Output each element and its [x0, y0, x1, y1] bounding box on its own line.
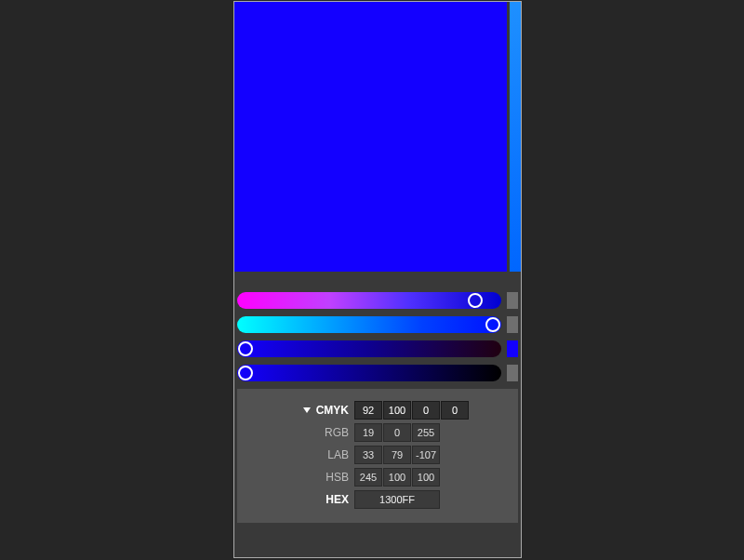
- row-hex: HEX 1300FF: [245, 489, 511, 510]
- color-area-row: [234, 2, 521, 272]
- lab-l[interactable]: 33: [354, 446, 382, 464]
- slider-yellow-handle: [238, 341, 253, 356]
- slider-cyan-handle: [468, 293, 483, 308]
- lab-a[interactable]: 79: [383, 446, 411, 464]
- cells-rgb: 19 0 255: [354, 423, 440, 442]
- rgb-g[interactable]: 0: [383, 423, 411, 442]
- label-hex[interactable]: HEX: [245, 493, 354, 506]
- vertical-color-strip[interactable]: [510, 2, 521, 272]
- slider-magenta-row: [237, 314, 518, 335]
- chevron-down-icon: [303, 407, 311, 413]
- cmyk-m[interactable]: 100: [383, 401, 411, 420]
- label-lab-text: LAB: [327, 448, 349, 461]
- cells-hex: 1300FF: [354, 490, 440, 509]
- slider-key-sample[interactable]: [507, 365, 518, 381]
- slider-magenta-sample[interactable]: [507, 316, 518, 333]
- slider-yellow-row: [237, 339, 518, 359]
- cmyk-y[interactable]: 0: [412, 401, 440, 420]
- cells-cmyk: 92 100 0 0: [354, 401, 469, 420]
- hex-value[interactable]: 1300FF: [354, 490, 440, 509]
- lab-b[interactable]: -107: [412, 446, 440, 464]
- row-cmyk: CMYK 92 100 0 0: [245, 400, 511, 420]
- slider-cyan-sample[interactable]: [507, 292, 518, 309]
- label-lab[interactable]: LAB: [245, 448, 354, 461]
- rgb-r[interactable]: 19: [354, 423, 382, 442]
- slider-key-handle: [238, 366, 253, 380]
- label-hsb[interactable]: HSB: [245, 471, 354, 484]
- hsb-h[interactable]: 245: [354, 468, 382, 487]
- label-cmyk-text: CMYK: [316, 404, 349, 417]
- label-cmyk[interactable]: CMYK: [245, 404, 354, 417]
- cells-hsb: 245 100 100: [354, 468, 440, 487]
- hsb-b[interactable]: 100: [412, 468, 440, 487]
- cmyk-c[interactable]: 92: [354, 401, 382, 420]
- slider-cyan[interactable]: [237, 292, 501, 309]
- sliders-area: [234, 290, 521, 383]
- row-lab: LAB 33 79 -107: [245, 445, 511, 465]
- slider-yellow[interactable]: [237, 340, 501, 357]
- rgb-b[interactable]: 255: [412, 423, 440, 442]
- slider-key[interactable]: [237, 365, 501, 381]
- slider-magenta[interactable]: [237, 316, 501, 333]
- values-area: CMYK 92 100 0 0 RGB 19 0 255 LAB: [237, 389, 518, 523]
- label-hex-text: HEX: [326, 493, 349, 506]
- row-rgb: RGB 19 0 255: [245, 422, 511, 443]
- slider-key-row: [237, 363, 518, 383]
- cmyk-k[interactable]: 0: [441, 401, 469, 420]
- spacer: [234, 272, 521, 290]
- slider-cyan-row: [237, 290, 518, 311]
- hsb-s[interactable]: 100: [383, 468, 411, 487]
- slider-magenta-handle: [485, 317, 500, 332]
- color-field[interactable]: [234, 2, 507, 272]
- slider-yellow-sample[interactable]: [507, 340, 518, 357]
- cells-lab: 33 79 -107: [354, 446, 440, 464]
- label-hsb-text: HSB: [326, 471, 349, 484]
- color-picker-panel: CMYK 92 100 0 0 RGB 19 0 255 LAB: [233, 1, 522, 558]
- label-rgb[interactable]: RGB: [245, 426, 354, 439]
- row-hsb: HSB 245 100 100: [245, 467, 511, 487]
- label-rgb-text: RGB: [325, 426, 349, 439]
